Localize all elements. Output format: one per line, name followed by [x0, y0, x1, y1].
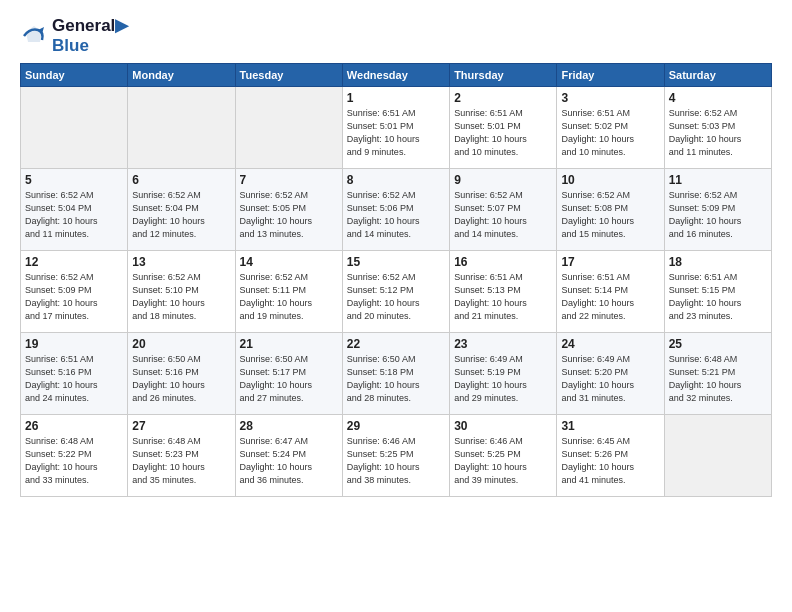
cell-content: Sunrise: 6:51 AM Sunset: 5:02 PM Dayligh…: [561, 107, 659, 159]
calendar-cell: 22Sunrise: 6:50 AM Sunset: 5:18 PM Dayli…: [342, 333, 449, 415]
weekday-header-tuesday: Tuesday: [235, 64, 342, 87]
cell-content: Sunrise: 6:52 AM Sunset: 5:05 PM Dayligh…: [240, 189, 338, 241]
cell-content: Sunrise: 6:52 AM Sunset: 5:07 PM Dayligh…: [454, 189, 552, 241]
cell-content: Sunrise: 6:52 AM Sunset: 5:09 PM Dayligh…: [669, 189, 767, 241]
logo-text: General▶ Blue: [52, 16, 128, 55]
day-number: 22: [347, 337, 445, 351]
calendar-week-row: 5Sunrise: 6:52 AM Sunset: 5:04 PM Daylig…: [21, 169, 772, 251]
weekday-header-wednesday: Wednesday: [342, 64, 449, 87]
calendar-cell: 13Sunrise: 6:52 AM Sunset: 5:10 PM Dayli…: [128, 251, 235, 333]
weekday-header-saturday: Saturday: [664, 64, 771, 87]
calendar-cell: 14Sunrise: 6:52 AM Sunset: 5:11 PM Dayli…: [235, 251, 342, 333]
day-number: 13: [132, 255, 230, 269]
weekday-header-row: SundayMondayTuesdayWednesdayThursdayFrid…: [21, 64, 772, 87]
cell-content: Sunrise: 6:52 AM Sunset: 5:04 PM Dayligh…: [132, 189, 230, 241]
cell-content: Sunrise: 6:52 AM Sunset: 5:12 PM Dayligh…: [347, 271, 445, 323]
cell-content: Sunrise: 6:51 AM Sunset: 5:01 PM Dayligh…: [347, 107, 445, 159]
day-number: 24: [561, 337, 659, 351]
calendar-week-row: 1Sunrise: 6:51 AM Sunset: 5:01 PM Daylig…: [21, 87, 772, 169]
cell-content: Sunrise: 6:51 AM Sunset: 5:13 PM Dayligh…: [454, 271, 552, 323]
logo: General▶ Blue: [20, 16, 128, 55]
day-number: 4: [669, 91, 767, 105]
calendar-cell: 8Sunrise: 6:52 AM Sunset: 5:06 PM Daylig…: [342, 169, 449, 251]
calendar-cell: 28Sunrise: 6:47 AM Sunset: 5:24 PM Dayli…: [235, 415, 342, 497]
cell-content: Sunrise: 6:46 AM Sunset: 5:25 PM Dayligh…: [347, 435, 445, 487]
cell-content: Sunrise: 6:46 AM Sunset: 5:25 PM Dayligh…: [454, 435, 552, 487]
day-number: 16: [454, 255, 552, 269]
calendar-cell: [664, 415, 771, 497]
day-number: 14: [240, 255, 338, 269]
calendar-cell: 24Sunrise: 6:49 AM Sunset: 5:20 PM Dayli…: [557, 333, 664, 415]
calendar-cell: 30Sunrise: 6:46 AM Sunset: 5:25 PM Dayli…: [450, 415, 557, 497]
calendar-cell: 9Sunrise: 6:52 AM Sunset: 5:07 PM Daylig…: [450, 169, 557, 251]
cell-content: Sunrise: 6:50 AM Sunset: 5:17 PM Dayligh…: [240, 353, 338, 405]
calendar-cell: 23Sunrise: 6:49 AM Sunset: 5:19 PM Dayli…: [450, 333, 557, 415]
cell-content: Sunrise: 6:48 AM Sunset: 5:21 PM Dayligh…: [669, 353, 767, 405]
day-number: 9: [454, 173, 552, 187]
page-header: General▶ Blue: [20, 16, 772, 55]
day-number: 23: [454, 337, 552, 351]
cell-content: Sunrise: 6:52 AM Sunset: 5:08 PM Dayligh…: [561, 189, 659, 241]
cell-content: Sunrise: 6:48 AM Sunset: 5:22 PM Dayligh…: [25, 435, 123, 487]
day-number: 21: [240, 337, 338, 351]
day-number: 1: [347, 91, 445, 105]
calendar-cell: 29Sunrise: 6:46 AM Sunset: 5:25 PM Dayli…: [342, 415, 449, 497]
day-number: 27: [132, 419, 230, 433]
day-number: 2: [454, 91, 552, 105]
calendar-cell: 25Sunrise: 6:48 AM Sunset: 5:21 PM Dayli…: [664, 333, 771, 415]
calendar-cell: 5Sunrise: 6:52 AM Sunset: 5:04 PM Daylig…: [21, 169, 128, 251]
calendar-cell: 27Sunrise: 6:48 AM Sunset: 5:23 PM Dayli…: [128, 415, 235, 497]
calendar-week-row: 26Sunrise: 6:48 AM Sunset: 5:22 PM Dayli…: [21, 415, 772, 497]
calendar-cell: 20Sunrise: 6:50 AM Sunset: 5:16 PM Dayli…: [128, 333, 235, 415]
day-number: 26: [25, 419, 123, 433]
calendar-cell: 31Sunrise: 6:45 AM Sunset: 5:26 PM Dayli…: [557, 415, 664, 497]
cell-content: Sunrise: 6:52 AM Sunset: 5:04 PM Dayligh…: [25, 189, 123, 241]
calendar-cell: [21, 87, 128, 169]
calendar-cell: 12Sunrise: 6:52 AM Sunset: 5:09 PM Dayli…: [21, 251, 128, 333]
day-number: 17: [561, 255, 659, 269]
cell-content: Sunrise: 6:51 AM Sunset: 5:16 PM Dayligh…: [25, 353, 123, 405]
weekday-header-thursday: Thursday: [450, 64, 557, 87]
calendar-cell: 3Sunrise: 6:51 AM Sunset: 5:02 PM Daylig…: [557, 87, 664, 169]
cell-content: Sunrise: 6:45 AM Sunset: 5:26 PM Dayligh…: [561, 435, 659, 487]
calendar-cell: 19Sunrise: 6:51 AM Sunset: 5:16 PM Dayli…: [21, 333, 128, 415]
cell-content: Sunrise: 6:49 AM Sunset: 5:20 PM Dayligh…: [561, 353, 659, 405]
calendar-cell: [128, 87, 235, 169]
day-number: 19: [25, 337, 123, 351]
cell-content: Sunrise: 6:49 AM Sunset: 5:19 PM Dayligh…: [454, 353, 552, 405]
cell-content: Sunrise: 6:52 AM Sunset: 5:09 PM Dayligh…: [25, 271, 123, 323]
calendar-cell: 11Sunrise: 6:52 AM Sunset: 5:09 PM Dayli…: [664, 169, 771, 251]
day-number: 28: [240, 419, 338, 433]
day-number: 3: [561, 91, 659, 105]
day-number: 20: [132, 337, 230, 351]
calendar-cell: 18Sunrise: 6:51 AM Sunset: 5:15 PM Dayli…: [664, 251, 771, 333]
calendar-table: SundayMondayTuesdayWednesdayThursdayFrid…: [20, 63, 772, 497]
day-number: 12: [25, 255, 123, 269]
calendar-cell: 17Sunrise: 6:51 AM Sunset: 5:14 PM Dayli…: [557, 251, 664, 333]
cell-content: Sunrise: 6:51 AM Sunset: 5:15 PM Dayligh…: [669, 271, 767, 323]
day-number: 10: [561, 173, 659, 187]
calendar-cell: 16Sunrise: 6:51 AM Sunset: 5:13 PM Dayli…: [450, 251, 557, 333]
day-number: 31: [561, 419, 659, 433]
calendar-cell: 7Sunrise: 6:52 AM Sunset: 5:05 PM Daylig…: [235, 169, 342, 251]
calendar-cell: [235, 87, 342, 169]
cell-content: Sunrise: 6:51 AM Sunset: 5:14 PM Dayligh…: [561, 271, 659, 323]
calendar-week-row: 12Sunrise: 6:52 AM Sunset: 5:09 PM Dayli…: [21, 251, 772, 333]
cell-content: Sunrise: 6:52 AM Sunset: 5:10 PM Dayligh…: [132, 271, 230, 323]
cell-content: Sunrise: 6:50 AM Sunset: 5:18 PM Dayligh…: [347, 353, 445, 405]
day-number: 29: [347, 419, 445, 433]
cell-content: Sunrise: 6:48 AM Sunset: 5:23 PM Dayligh…: [132, 435, 230, 487]
day-number: 15: [347, 255, 445, 269]
calendar-cell: 2Sunrise: 6:51 AM Sunset: 5:01 PM Daylig…: [450, 87, 557, 169]
cell-content: Sunrise: 6:51 AM Sunset: 5:01 PM Dayligh…: [454, 107, 552, 159]
calendar-cell: 10Sunrise: 6:52 AM Sunset: 5:08 PM Dayli…: [557, 169, 664, 251]
weekday-header-monday: Monday: [128, 64, 235, 87]
day-number: 18: [669, 255, 767, 269]
cell-content: Sunrise: 6:52 AM Sunset: 5:06 PM Dayligh…: [347, 189, 445, 241]
calendar-cell: 26Sunrise: 6:48 AM Sunset: 5:22 PM Dayli…: [21, 415, 128, 497]
calendar-cell: 15Sunrise: 6:52 AM Sunset: 5:12 PM Dayli…: [342, 251, 449, 333]
calendar-cell: 6Sunrise: 6:52 AM Sunset: 5:04 PM Daylig…: [128, 169, 235, 251]
weekday-header-sunday: Sunday: [21, 64, 128, 87]
day-number: 11: [669, 173, 767, 187]
day-number: 30: [454, 419, 552, 433]
